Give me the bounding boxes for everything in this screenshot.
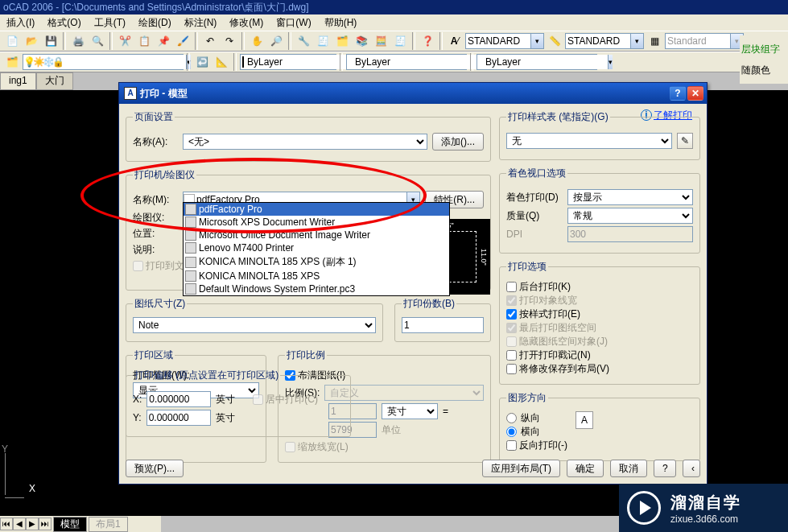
save-layout-checkbox[interactable] <box>506 364 517 374</box>
dialog-close-button[interactable]: ✕ <box>687 86 703 101</box>
tablestyle-combo[interactable]: ▾ <box>665 33 744 49</box>
printer-option[interactable]: KONICA MINOLTA 185 XPS (副本 1) <box>184 254 449 270</box>
print-to-file-checkbox[interactable] <box>133 261 143 271</box>
add-page-setup-button[interactable]: 添加()... <box>432 133 484 151</box>
where-label: 位置: <box>133 227 178 241</box>
pan-icon[interactable]: ✋ <box>248 32 266 50</box>
plot-offset-group: 打印偏移 (原点设置在可打印区域) X: 英寸 居中打印(C) Y: 英寸 <box>126 369 351 437</box>
plot-style-select[interactable]: 无 <box>506 133 672 149</box>
printer-option[interactable]: Microsoft XPS Document Writer <box>184 216 449 229</box>
side-block-label[interactable]: 层块组字 <box>741 39 786 60</box>
new-icon[interactable]: 📄 <box>3 32 21 50</box>
layerprev-icon[interactable]: ↩️ <box>193 53 211 71</box>
menu-dim[interactable]: 标注(N) <box>178 14 224 31</box>
desc-label: 说明: <box>133 243 178 257</box>
sheetset-icon[interactable]: 📚 <box>353 32 370 50</box>
offset-y-input[interactable] <box>146 410 211 426</box>
dropdown-icon[interactable]: ▾ <box>530 34 543 48</box>
make-cur-layer-icon[interactable]: 📐 <box>212 53 230 71</box>
tool-palette-icon[interactable]: 🗂️ <box>333 32 351 50</box>
preview-icon[interactable]: 🔍 <box>89 32 106 50</box>
properties-icon[interactable]: 🧾 <box>314 32 332 50</box>
color-combo[interactable]: ▾ <box>240 54 336 70</box>
linetype-combo[interactable]: ▾ <box>346 54 467 70</box>
dialog-help-button[interactable]: ? <box>670 86 686 101</box>
first-tab-icon[interactable]: ⏮ <box>0 518 13 530</box>
cancel-button[interactable]: 取消 <box>610 460 647 477</box>
menu-window[interactable]: 窗口(W) <box>270 14 317 31</box>
textstyle-combo[interactable]: ▾ <box>465 33 544 49</box>
menu-draw[interactable]: 绘图(D) <box>132 14 178 31</box>
qcalc-icon[interactable]: 🧾 <box>391 32 409 50</box>
menu-format[interactable]: 格式(O) <box>41 14 87 31</box>
help-icon[interactable]: ❓ <box>419 32 436 50</box>
menu-insert[interactable]: 插入(I) <box>0 14 41 31</box>
separator <box>412 32 415 50</box>
printer-option[interactable]: KONICA MINOLTA 185 XPS <box>184 270 449 282</box>
lineweight-combo[interactable]: ▾ <box>477 54 597 70</box>
dpi-label: DPI <box>506 229 563 240</box>
bg-print-checkbox[interactable] <box>506 282 517 292</box>
stamp-checkbox[interactable] <box>506 350 517 361</box>
printer-option[interactable]: pdfFactory Pro <box>184 203 449 216</box>
quality-select[interactable]: 常规 <box>567 208 693 224</box>
layer-state-combo[interactable]: 💡 ☀️ ❄️ 🔒 ▾ <box>23 54 184 70</box>
dialog-title-bar[interactable]: A 打印 - 模型 ? ✕ <box>119 83 707 104</box>
reverse-checkbox[interactable] <box>506 440 517 451</box>
menu-tools[interactable]: 工具(T) <box>88 14 132 31</box>
menu-modify[interactable]: 修改(M) <box>223 14 270 31</box>
help-button[interactable]: ? <box>654 460 676 477</box>
dimstyle-icon[interactable]: 📏 <box>546 32 563 50</box>
copy-icon[interactable]: 📋 <box>135 32 153 50</box>
design-center-icon[interactable]: 🔧 <box>295 32 312 50</box>
landscape-radio[interactable] <box>506 427 517 437</box>
markup-icon[interactable]: 🧮 <box>372 32 390 50</box>
layer-icon[interactable]: 🗂️ <box>3 53 21 71</box>
drawing-tab-1[interactable]: ing1 <box>0 72 36 90</box>
copies-input[interactable] <box>402 317 484 333</box>
collapse-button[interactable]: ‹ <box>683 460 700 477</box>
last-tab-icon[interactable]: ⏭ <box>39 518 52 530</box>
printer-icon <box>185 229 196 241</box>
model-tab[interactable]: 模型 <box>53 517 87 532</box>
freeze-icon: ❄️ <box>43 56 52 68</box>
offset-x-input[interactable] <box>146 391 211 407</box>
zoom-icon[interactable]: 🔎 <box>267 32 285 50</box>
dropdown-icon[interactable]: ▾ <box>630 34 643 48</box>
page-name-select[interactable]: <无> <box>183 134 427 150</box>
open-icon[interactable]: 📂 <box>23 32 40 50</box>
printer-option[interactable]: Lenovo M7400 Printer <box>184 241 449 254</box>
portrait-radio[interactable] <box>506 413 517 423</box>
textstyle-icon[interactable]: A⁄ <box>446 32 464 50</box>
menu-help[interactable]: 帮助(H) <box>318 14 364 31</box>
next-tab-icon[interactable]: ▶ <box>26 518 39 530</box>
layout-tab[interactable]: 布局1 <box>89 517 128 532</box>
apply-to-layout-button[interactable]: 应用到布局(T) <box>482 460 560 477</box>
drawing-tab-active[interactable]: 大门 <box>36 72 73 90</box>
plotter-label: 绘图仪: <box>133 211 178 225</box>
printer-option[interactable]: Default Windows System Printer.pc3 <box>184 282 449 295</box>
printer-dropdown-list[interactable]: pdfFactory Pro Microsoft XPS Document Wr… <box>183 202 450 296</box>
style-checkbox[interactable] <box>506 309 517 320</box>
ok-button[interactable]: 确定 <box>567 460 604 477</box>
paper-size-select[interactable]: Note <box>133 317 376 333</box>
shade-print-select[interactable]: 按显示 <box>567 189 693 205</box>
edit-style-button[interactable]: ✎ <box>677 133 693 149</box>
cut-icon[interactable]: ✂️ <box>116 32 134 50</box>
dimstyle-combo[interactable]: ▾ <box>565 33 644 49</box>
tablestyle-icon[interactable]: ▦ <box>646 32 663 50</box>
preview-button[interactable]: 预览(P)... <box>126 460 184 477</box>
print-icon[interactable]: 🖨️ <box>69 32 87 50</box>
redo-icon[interactable]: ↷ <box>221 32 238 50</box>
dialog-footer: 预览(P)... 应用到布局(T) 确定 取消 ? ‹ <box>126 460 700 477</box>
dropdown-icon[interactable]: ▾ <box>608 55 613 69</box>
printer-option[interactable]: Microsoft Office Document Image Writer <box>184 229 449 241</box>
save-icon[interactable]: 💾 <box>42 32 60 50</box>
undo-icon[interactable]: ↶ <box>201 32 219 50</box>
stamp-label: 打开打印戳记(N) <box>519 348 591 362</box>
prev-tab-icon[interactable]: ◀ <box>13 518 26 530</box>
scale-unit1-select[interactable]: 英寸 <box>382 403 438 419</box>
match-icon[interactable]: 🖌️ <box>174 32 192 50</box>
side-color-label[interactable]: 随颜色 <box>741 60 786 80</box>
paste-icon[interactable]: 📌 <box>155 32 172 50</box>
